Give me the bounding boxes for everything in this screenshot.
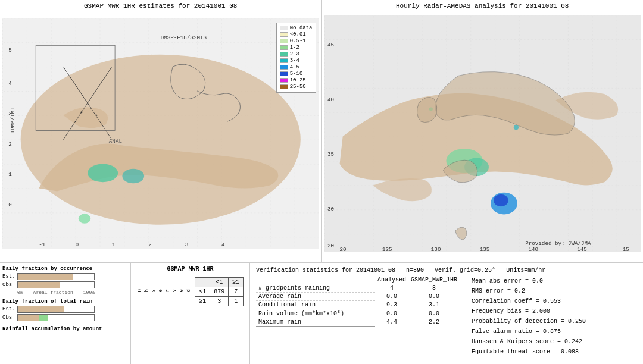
stats-row-1-label: Average rain xyxy=(256,293,375,301)
cont-header-lt1: <1 xyxy=(210,278,229,287)
svg-point-27 xyxy=(75,121,76,122)
legend-label-lt001: <0.01 xyxy=(290,32,306,37)
legend-label-3-4: 3-4 xyxy=(290,58,299,64)
stats-row-0-label: # gridpoints raining xyxy=(256,284,375,293)
metric-2: Correlation coeff = 0.553 xyxy=(472,296,603,306)
stats-row-3-gsmap: 0.0 xyxy=(408,309,460,318)
verif-n: n=890 xyxy=(406,267,424,274)
cont-row-ge1: ≥1 xyxy=(195,297,210,306)
est-bar-row-2: Est. xyxy=(2,306,128,313)
obs-bar-row-2: Obs xyxy=(2,314,128,321)
svg-point-26 xyxy=(96,115,97,116)
stats-row-4-gsmap: 2.2 xyxy=(408,318,460,327)
stats-col-header-gsmap: GSMAP_MWR_1HR xyxy=(408,276,460,284)
cont-val-12: 7 xyxy=(229,287,244,297)
contingency-title: GSMAP_MWR_1HR xyxy=(167,266,213,272)
right-map-title: Hourly Radar-AMeDAS analysis for 2014100… xyxy=(324,2,641,10)
svg-text:125: 125 xyxy=(382,246,392,253)
svg-text:135: 135 xyxy=(479,246,489,253)
metric-0: Mean abs error = 0.0 xyxy=(472,276,603,286)
left-map-svg: 5 4 3 2 1 0 -1 0 1 2 3 4 TRMM/TMI xyxy=(2,11,319,256)
pct-100: 100% xyxy=(83,290,95,295)
stats-row-2-label: Conditional rain xyxy=(256,301,375,309)
svg-text:30: 30 xyxy=(327,206,334,212)
legend-label-nodata: No data xyxy=(290,25,313,31)
svg-text:1: 1 xyxy=(8,171,12,178)
stats-col-header-empty xyxy=(256,276,375,284)
metric-4: Probability of detection = 0.250 xyxy=(472,316,603,327)
left-map-title: GSMAP_MWR_1HR estimates for 20141001 08 xyxy=(2,2,319,10)
stats-row-3-analysed: 0.0 xyxy=(375,309,408,318)
left-map-panel: GSMAP_MWR_1HR estimates for 20141001 08 xyxy=(0,0,322,262)
svg-text:40: 40 xyxy=(327,96,334,103)
right-map-area: 45 40 35 30 20 20 125 130 135 140 145 15 xyxy=(324,11,641,256)
est-bar-outer-1 xyxy=(17,273,95,280)
svg-text:DMSP-F18/SSMIS: DMSP-F18/SSMIS xyxy=(161,34,207,41)
stats-left: Analysed GSMAP_MWR_1HR # gridpoints rain… xyxy=(256,276,460,357)
svg-text:2: 2 xyxy=(148,241,152,248)
svg-text:Provided by: JWA/JMA: Provided by: JWA/JMA xyxy=(525,240,591,247)
svg-point-25 xyxy=(90,108,91,109)
svg-text:145: 145 xyxy=(577,246,587,253)
metric-5: False alarm ratio = 0.875 xyxy=(472,327,603,337)
cont-val-22: 1 xyxy=(229,297,244,306)
pct-0: 0% xyxy=(17,290,23,295)
metric-6: Hanssen & Kuipers score = 0.242 xyxy=(472,337,603,347)
bottom-right-panel: Verification statistics for 20141001 08 … xyxy=(250,263,643,364)
stats-row-0-analysed: 4 xyxy=(375,284,408,293)
legend-label-05-1: 0.5-1 xyxy=(290,38,306,44)
svg-text:45: 45 xyxy=(327,42,334,48)
stats-row-2-gsmap: 3.1 xyxy=(408,301,460,309)
bar-axis-1: 0% Areal fraction 100% xyxy=(17,290,95,295)
svg-point-33 xyxy=(494,194,508,206)
est-label-2: Est. xyxy=(2,306,17,312)
obs-bar-inner-2 xyxy=(18,315,48,321)
svg-text:0: 0 xyxy=(8,202,12,208)
svg-text:TRMM/TMI: TRMM/TMI xyxy=(10,107,16,133)
contingency-wrapper: Observed <1 ≥1 <1 879 7 ≥1 3 xyxy=(137,275,244,306)
cont-val-11: 879 xyxy=(210,287,229,297)
svg-text:130: 130 xyxy=(430,246,441,253)
legend-label-10-25: 10-25 xyxy=(290,77,306,83)
svg-point-4 xyxy=(122,169,144,184)
cont-row-lt1: <1 xyxy=(195,287,210,297)
stats-col-header-analysed: Analysed xyxy=(375,276,408,284)
svg-point-3 xyxy=(88,164,118,183)
metric-1: RMS error = 0.2 xyxy=(472,286,603,296)
bottom-right-inner: Verification statistics for 20141001 08 … xyxy=(256,267,637,360)
left-map-area: 5 4 3 2 1 0 -1 0 1 2 3 4 TRMM/TMI xyxy=(2,11,319,256)
svg-text:140: 140 xyxy=(528,246,538,253)
est-bar-row-1: Est. xyxy=(2,273,128,280)
est-bar-outer-2 xyxy=(17,306,95,313)
verif-grid: Verif. grid=0.25° xyxy=(435,267,495,274)
bottom-row: Daily fraction by occurrence Est. Obs 0%… xyxy=(0,263,643,364)
main-container: GSMAP_MWR_1HR estimates for 20141001 08 xyxy=(0,0,643,364)
section2-title: Daily fraction of total rain xyxy=(2,299,128,305)
verif-content: Analysed GSMAP_MWR_1HR # gridpoints rain… xyxy=(256,276,637,357)
svg-text:20: 20 xyxy=(327,243,334,249)
svg-text:5: 5 xyxy=(8,47,12,54)
cont-header-ge1: ≥1 xyxy=(229,278,244,287)
observed-label: Observed xyxy=(137,289,193,292)
obs-label-2: Obs xyxy=(2,315,17,321)
legend-label-4-5: 4-5 xyxy=(290,64,299,70)
obs-bar-inner-1 xyxy=(18,282,60,288)
legend-label-25-50: 25-50 xyxy=(290,84,306,90)
obs-bar-outer-1 xyxy=(17,281,95,288)
bottom-middle-panel: GSMAP_MWR_1HR Observed <1 ≥1 <1 879 7 xyxy=(131,263,250,364)
obs-label-1: Obs xyxy=(2,282,17,288)
svg-point-2 xyxy=(21,55,301,225)
stats-row-3-label: Rain volume (mm*km²x10⁸) xyxy=(256,309,375,318)
verif-header: Verification statistics for 20141001 08 … xyxy=(256,267,637,274)
verif-units: Units=mm/hr xyxy=(506,267,545,274)
section1-title: Daily fraction by occurrence xyxy=(2,266,128,272)
stats-row-1-gsmap: 0.0 xyxy=(408,293,460,301)
svg-text:2: 2 xyxy=(8,141,12,148)
right-map-svg: 45 40 35 30 20 20 125 130 135 140 145 15 xyxy=(324,11,641,256)
cont-header-empty xyxy=(195,278,210,287)
stats-table: Analysed GSMAP_MWR_1HR # gridpoints rain… xyxy=(256,276,460,327)
svg-point-5 xyxy=(79,214,90,223)
est-bar-inner-1 xyxy=(18,274,73,280)
legend-label-1-2: 1-2 xyxy=(290,45,299,51)
legend-box: No data <0.01 0.5-1 1-2 2-3 3-4 4-5 5-10… xyxy=(276,23,316,93)
